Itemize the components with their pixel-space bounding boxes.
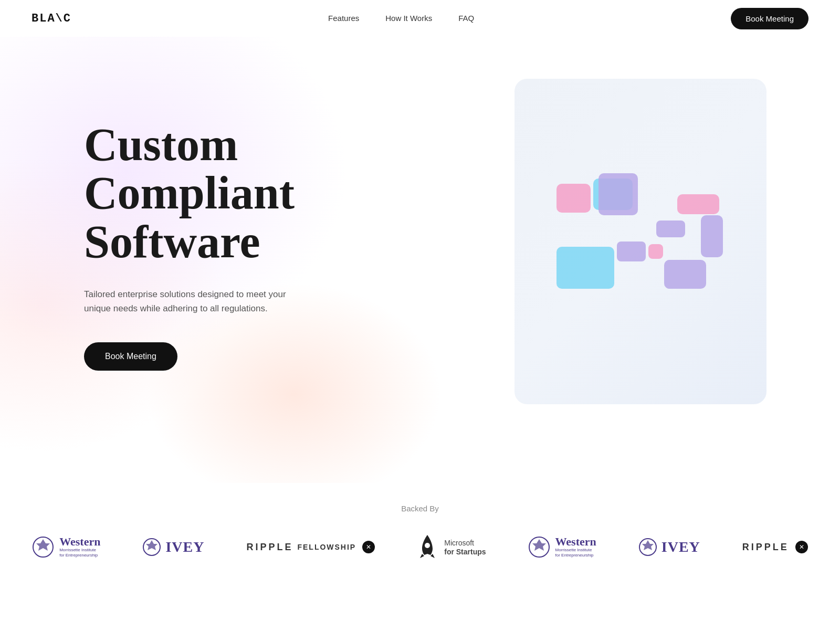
block-pink-3	[648, 244, 663, 259]
block-purple-2	[656, 220, 685, 237]
western-emblem-icon-2	[528, 536, 550, 558]
ripple-fellowship-label-1: FELLOWSHIP	[297, 543, 356, 551]
hero-subtitle: Tailored enterprise solutions designed t…	[84, 287, 304, 316]
hero-section: Custom Compliant Software Tailored enter…	[0, 37, 840, 483]
block-pink-1	[556, 184, 591, 213]
nav-how-it-works[interactable]: How It Works	[385, 14, 432, 23]
ripple-text-label-1: RIPPLE	[246, 542, 293, 553]
block-pink-2	[677, 194, 719, 214]
nav-faq[interactable]: FAQ	[458, 14, 474, 23]
backed-by-section: Backed By Western Morrissette Institutef…	[0, 483, 840, 592]
block-purple-4	[664, 260, 706, 289]
western-logo-2: Western Morrissette Institutefor Entrepr…	[528, 536, 596, 559]
western-text-1: Western Morrissette Institutefor Entrepr…	[59, 536, 100, 559]
hero-title: Custom Compliant Software	[84, 121, 357, 266]
logos-strip: Western Morrissette Institutefor Entrepr…	[0, 534, 840, 560]
hero-illustration-card	[514, 79, 766, 404]
block-purple-5	[617, 242, 646, 261]
nav-features[interactable]: Features	[328, 14, 359, 23]
ivey-emblem-icon-2	[638, 538, 657, 556]
ivey-logo-1: IVEY	[142, 538, 204, 556]
ripple-text-label-2: RIPPLE	[742, 542, 789, 553]
ripple-x-icon-1: ✕	[362, 541, 375, 553]
backed-by-title: Backed By	[0, 504, 840, 513]
western-text-2: Western Morrissette Institutefor Entrepr…	[555, 536, 596, 559]
microsoft-rocket-icon	[417, 534, 438, 560]
brand-logo: BLA\C	[32, 12, 71, 25]
svg-point-2	[425, 543, 430, 548]
nav-links: Features How It Works FAQ	[328, 14, 474, 23]
hero-text-block: Custom Compliant Software Tailored enter…	[84, 89, 357, 371]
ivey-logo-2: IVEY	[638, 538, 700, 556]
navbar: BLA\C Features How It Works FAQ Book Mee…	[0, 0, 840, 37]
microsoft-logo: Microsoft for Startups	[417, 534, 486, 560]
western-emblem-icon-1	[32, 536, 54, 558]
block-purple-1	[598, 173, 638, 215]
blocks-illustration	[551, 168, 730, 315]
block-purple-3	[701, 215, 723, 257]
western-logo-1: Western Morrissette Institutefor Entrepr…	[32, 536, 100, 559]
ivey-emblem-icon-1	[142, 538, 161, 556]
hero-content: Custom Compliant Software Tailored enter…	[0, 37, 840, 404]
ripple-x-icon-2: ✕	[795, 541, 808, 553]
ivey-text-label-1: IVEY	[165, 539, 204, 555]
nav-book-meeting-button[interactable]: Book Meeting	[731, 8, 808, 29]
hero-book-meeting-button[interactable]: Book Meeting	[84, 342, 177, 371]
block-blue-large	[556, 247, 614, 289]
ripple-logo-2: RIPPLE ✕	[742, 541, 808, 553]
ivey-text-label-2: IVEY	[662, 539, 700, 555]
ripple-logo-1: RIPPLE FELLOWSHIP ✕	[246, 541, 375, 553]
microsoft-text: Microsoft for Startups	[444, 538, 486, 556]
